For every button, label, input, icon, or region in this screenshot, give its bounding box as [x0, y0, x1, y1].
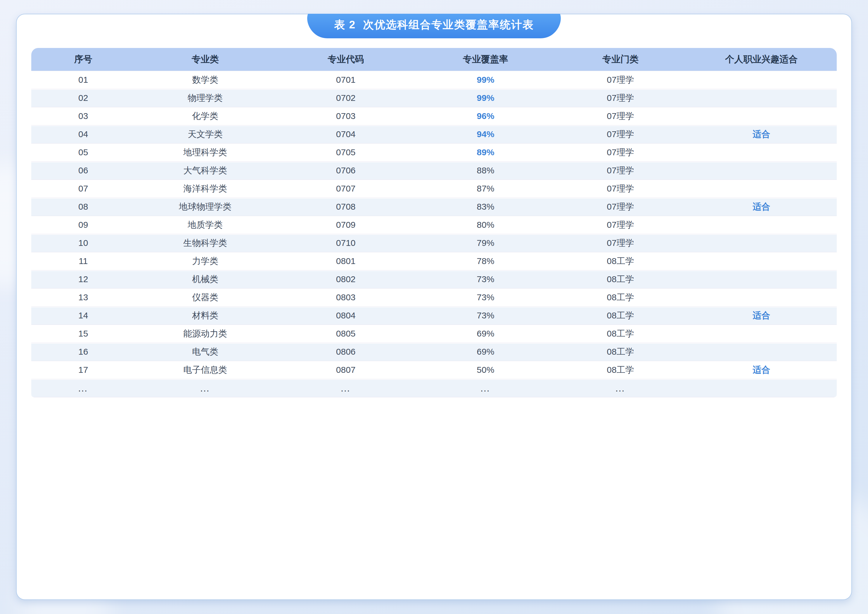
row-no-cell: 01 — [31, 71, 135, 89]
code-cell: 0706 — [275, 162, 416, 180]
category-cell: 07理学 — [555, 234, 686, 252]
fit-cell — [686, 180, 837, 197]
row-no-cell: 05 — [31, 143, 135, 162]
major-cell: 电子信息类 — [135, 361, 276, 379]
coverage-cell: 88% — [416, 162, 555, 180]
table-row: 12机械类080273%08工学 — [31, 270, 837, 288]
table-row: 10生物科学类071079%07理学 — [31, 234, 837, 252]
code-cell: 0807 — [275, 361, 416, 379]
major-cell: 天文学类 — [135, 125, 276, 143]
fit-cell — [686, 143, 837, 162]
code-cell: 0701 — [275, 71, 416, 89]
row-no-cell: 15 — [31, 325, 135, 343]
major-cell: 海洋科学类 — [135, 180, 276, 197]
category-cell: 07理学 — [555, 216, 686, 234]
coverage-cell: 96% — [416, 107, 555, 125]
table-body: 01数学类070199%07理学02物理学类070299%07理学03化学类07… — [31, 71, 837, 397]
category-cell: 08工学 — [555, 325, 686, 343]
category-cell: 08工学 — [555, 306, 686, 325]
fit-cell — [686, 71, 837, 89]
header-coverage: 专业覆盖率 — [416, 48, 555, 71]
row-no-cell: 02 — [31, 89, 135, 107]
fit-cell: 适合 — [686, 197, 837, 216]
table-header-row: 序号 专业类 专业代码 专业覆盖率 专业门类 个人职业兴趣适合 — [31, 48, 837, 71]
code-cell: 0802 — [275, 270, 416, 288]
major-cell: 地球物理学类 — [135, 197, 276, 216]
table-row: 07海洋科学类070787%07理学 — [31, 180, 837, 197]
code-cell: 0709 — [275, 216, 416, 234]
major-cell: 数学类 — [135, 71, 276, 89]
row-no-cell: 06 — [31, 162, 135, 180]
table-title: 表 2 次优选科组合专业类覆盖率统计表 — [307, 14, 561, 38]
fit-cell — [686, 288, 837, 306]
coverage-cell: 87% — [416, 180, 555, 197]
table-row: 08地球物理学类070883%07理学适合 — [31, 197, 837, 216]
coverage-cell: 69% — [416, 343, 555, 361]
code-cell: 0804 — [275, 306, 416, 325]
coverage-cell: 94% — [416, 125, 555, 143]
code-cell: 0806 — [275, 343, 416, 361]
coverage-cell: 69% — [416, 325, 555, 343]
table-title-banner: 表 2 次优选科组合专业类覆盖率统计表 — [307, 14, 561, 38]
category-cell: … — [555, 379, 686, 397]
major-cell: 地理科学类 — [135, 143, 276, 162]
row-no-cell: 10 — [31, 234, 135, 252]
content-card: 表 2 次优选科组合专业类覆盖率统计表 序号 专业类 专业代码 专业覆盖率 专业… — [16, 14, 852, 600]
table-row: 02物理学类070299%07理学 — [31, 89, 837, 107]
table-row: 14材料类080473%08工学适合 — [31, 306, 837, 325]
code-cell: … — [275, 379, 416, 397]
coverage-cell: … — [416, 379, 555, 397]
major-cell: … — [135, 379, 276, 397]
category-cell: 08工学 — [555, 270, 686, 288]
code-cell: 0805 — [275, 325, 416, 343]
category-cell: 07理学 — [555, 162, 686, 180]
fit-cell — [686, 107, 837, 125]
category-cell: 07理学 — [555, 89, 686, 107]
coverage-cell: 73% — [416, 288, 555, 306]
fit-cell: 适合 — [686, 125, 837, 143]
code-cell: 0702 — [275, 89, 416, 107]
table-row: 15能源动力类080569%08工学 — [31, 325, 837, 343]
header-fit: 个人职业兴趣适合 — [686, 48, 837, 71]
code-cell: 0801 — [275, 252, 416, 270]
category-cell: 07理学 — [555, 125, 686, 143]
coverage-cell: 73% — [416, 306, 555, 325]
major-cell: 能源动力类 — [135, 325, 276, 343]
table-row: 17电子信息类080750%08工学适合 — [31, 361, 837, 379]
category-cell: 08工学 — [555, 252, 686, 270]
fit-cell — [686, 343, 837, 361]
row-no-cell: 04 — [31, 125, 135, 143]
row-no-cell: 16 — [31, 343, 135, 361]
coverage-cell: 99% — [416, 71, 555, 89]
category-cell: 07理学 — [555, 107, 686, 125]
coverage-cell: 79% — [416, 234, 555, 252]
table-row: 06大气科学类070688%07理学 — [31, 162, 837, 180]
header-no: 序号 — [31, 48, 135, 71]
table-row: 13仪器类080373%08工学 — [31, 288, 837, 306]
row-no-cell: 14 — [31, 306, 135, 325]
coverage-cell: 80% — [416, 216, 555, 234]
major-cell: 化学类 — [135, 107, 276, 125]
coverage-table: 序号 专业类 专业代码 专业覆盖率 专业门类 个人职业兴趣适合 01数学类070… — [31, 48, 837, 397]
major-cell: 物理学类 — [135, 89, 276, 107]
category-cell: 08工学 — [555, 343, 686, 361]
code-cell: 0710 — [275, 234, 416, 252]
code-cell: 0707 — [275, 180, 416, 197]
major-cell: 材料类 — [135, 306, 276, 325]
coverage-cell: 73% — [416, 270, 555, 288]
row-no-cell: 08 — [31, 197, 135, 216]
category-cell: 08工学 — [555, 288, 686, 306]
code-cell: 0704 — [275, 125, 416, 143]
major-cell: 仪器类 — [135, 288, 276, 306]
fit-cell — [686, 379, 837, 397]
coverage-cell: 78% — [416, 252, 555, 270]
row-no-cell: 12 — [31, 270, 135, 288]
fit-cell — [686, 252, 837, 270]
header-major: 专业类 — [135, 48, 276, 71]
row-no-cell: 11 — [31, 252, 135, 270]
coverage-cell: 83% — [416, 197, 555, 216]
table-row: 16电气类080669%08工学 — [31, 343, 837, 361]
row-no-cell: 09 — [31, 216, 135, 234]
fit-cell — [686, 325, 837, 343]
code-cell: 0708 — [275, 197, 416, 216]
